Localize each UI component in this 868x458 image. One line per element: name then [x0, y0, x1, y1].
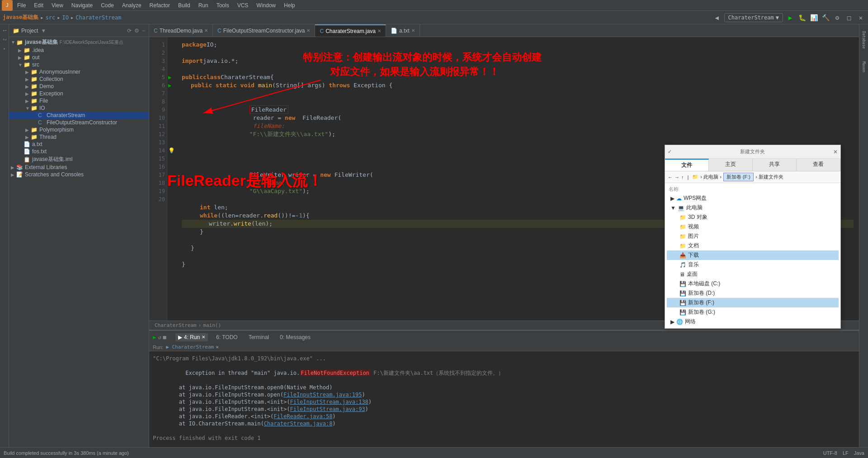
tree-item-io[interactable]: ▼ 📁 IO [9, 104, 149, 112]
coverage-button[interactable]: 📊 [809, 13, 818, 22]
project-sidebar-icon[interactable]: 1 [0, 26, 9, 34]
menu-vcs[interactable]: VCS [234, 1, 252, 9]
run-tab-run[interactable]: ▶ 4: Run ✕ [175, 333, 208, 341]
tree-item-exception[interactable]: ▶ 📁 Exception [9, 90, 149, 97]
run-button[interactable]: ▶ [786, 13, 795, 22]
database-sidebar-icon[interactable]: Database [860, 26, 868, 53]
tree-item-fileoutputstream[interactable]: ▶ C FileOutputStreamConstructor [9, 119, 149, 126]
link-fileinputstream-195[interactable]: FileInputStream.java:195 [283, 392, 362, 398]
run-control-icons: ▶ ↺ ■ [153, 334, 166, 340]
favorites-sidebar-icon[interactable]: ★ [0, 44, 9, 52]
menu-tools[interactable]: Tools [213, 1, 233, 9]
link-charaterstream-8[interactable]: CharaterStream.java:8 [264, 420, 333, 427]
fe-item-music[interactable]: 🎵 音乐 [667, 260, 839, 269]
run-configuration[interactable]: CharaterStream ▼ [724, 13, 783, 22]
fe-tab-file[interactable]: 文件 [665, 159, 709, 171]
tab-close-atxt[interactable]: ✕ [411, 28, 415, 33]
menu-edit[interactable]: Edit [30, 1, 47, 9]
menu-file[interactable]: File [14, 1, 29, 9]
tab-close-charaterstream[interactable]: ✕ [377, 28, 381, 33]
run-tab-close[interactable]: ✕ [202, 335, 205, 340]
project-settings-icon[interactable]: ⚙ [134, 28, 139, 34]
fe-minimize-icon[interactable]: ✓ [668, 149, 672, 155]
fe-item-docs[interactable]: 📁 文档 [667, 241, 839, 250]
fe-item-video[interactable]: 📁 视频 [667, 222, 839, 231]
settings-icon[interactable]: ⚙ [833, 13, 842, 22]
maximize-icon[interactable]: □ [844, 13, 854, 22]
tree-item-charaterstream[interactable]: ▶ C CharaterStream [9, 112, 149, 119]
tree-item-file[interactable]: ▶ 📁 File [9, 97, 149, 104]
menu-window[interactable]: Window [253, 1, 279, 9]
fe-item-pictures[interactable]: 📁 图片 [667, 231, 839, 241]
rerun-icon[interactable]: ↺ [158, 334, 161, 340]
fe-item-wps[interactable]: ▶ ☁ WPS网盘 [667, 194, 839, 203]
tab-atxt[interactable]: 📄 a.txt ✕ [386, 24, 420, 37]
tree-item-extlib[interactable]: ▶ 📚 External Libraries [9, 164, 149, 171]
breadcrumb-charaterstream: CharaterStream [75, 14, 121, 21]
debug-button[interactable]: 🐛 [797, 13, 807, 22]
fe-item-pc[interactable]: ▼ 💻 此电脑 [667, 203, 839, 212]
tab-close-fileoutputstream[interactable]: ✕ [307, 28, 310, 33]
menu-analyze[interactable]: Analyze [118, 1, 145, 9]
tab-close-threaddemo[interactable]: ✕ [204, 28, 208, 33]
close-icon[interactable]: ✕ [856, 13, 865, 22]
stop-icon[interactable]: ■ [163, 334, 166, 340]
fe-item-network[interactable]: ▶ 🌐 网络 [667, 317, 839, 326]
run-tab-todo[interactable]: 6: TODO [213, 333, 241, 341]
menu-help[interactable]: Help [280, 1, 299, 9]
tree-item-iml[interactable]: ▶ 📋 javase基础集.iml [9, 155, 149, 164]
run-icon[interactable]: ▶ [153, 334, 156, 340]
fe-item-cdrive[interactable]: 💾 本地磁盘 (C:) [667, 279, 839, 288]
fe-tab-home[interactable]: 主页 [709, 159, 753, 171]
menu-refactor[interactable]: Refactor [146, 1, 174, 9]
menu-view[interactable]: View [48, 1, 67, 9]
tree-item-idea[interactable]: ▶ 📁 .idea [9, 47, 149, 54]
fe-item-gdrive[interactable]: 💾 新加卷 (G:) [667, 307, 839, 317]
run-tab-terminal[interactable]: Terminal [246, 333, 272, 341]
link-filereader-58[interactable]: FileReader.java:58 [274, 413, 332, 420]
fe-item-desktop[interactable]: 🖥 桌面 [667, 269, 839, 279]
console-close[interactable]: ✕ [216, 344, 219, 350]
project-minimize-icon[interactable]: − [142, 28, 145, 34]
fe-close-icon[interactable]: ✕ [833, 149, 838, 155]
project-sync-icon[interactable]: ⟳ [127, 28, 132, 34]
fe-tab-share[interactable]: 共享 [753, 159, 797, 171]
run-label: Run: [153, 345, 163, 350]
fe-forward-icon[interactable]: → [675, 175, 679, 180]
tab-fileoutputstream[interactable]: C FileOutputStreamConstructor.java ✕ [213, 24, 315, 37]
tree-item-anonymousinner[interactable]: ▶ 📁 AnonymousInner [9, 68, 149, 76]
console-output[interactable]: "C:\Program Files\Java\jdk1.8.0_192\bin\… [149, 351, 859, 447]
tree-item-root[interactable]: ▼ 📁 javase基础集 F:\IDEAworkSpace\JavaSE重点 [9, 38, 149, 47]
menu-build[interactable]: Build [175, 1, 194, 9]
fe-item-3d[interactable]: 📁 3D 对象 [667, 212, 839, 222]
menu-navigate[interactable]: Navigate [68, 1, 96, 9]
back-icon[interactable]: ◀ [712, 13, 722, 22]
maven-sidebar-icon[interactable]: Maven [860, 53, 868, 80]
tree-item-fostxt[interactable]: ▶ 📄 fos.txt [9, 148, 149, 155]
run-tab-messages[interactable]: 0: Messages [277, 333, 313, 341]
tree-item-scratches[interactable]: ▶ 📝 Scratches and Consoles [9, 171, 149, 178]
build-button[interactable]: 🔨 [821, 13, 830, 22]
tree-item-src[interactable]: ▼ 📁 src [9, 61, 149, 68]
tree-item-atxt[interactable]: ▶ 📄 a.txt [9, 141, 149, 148]
fe-up-icon[interactable]: ↑ [681, 175, 684, 180]
fe-item-ddrive[interactable]: 💾 新加卷 (D:) [667, 288, 839, 298]
fe-back-icon[interactable]: ← [668, 175, 673, 180]
tree-item-thread[interactable]: ▶ 📁 Thread [9, 133, 149, 141]
bulb-marker-14[interactable]: 💡 [168, 146, 175, 155]
fe-item-fdrive[interactable]: 💾 新加卷 (F:) [667, 298, 839, 307]
main-toolbar: javase基础集 ▸ src ▸ IO ▸ CharaterStream ◀ … [0, 11, 868, 24]
structure-sidebar-icon[interactable]: 2 [0, 35, 9, 43]
tree-item-collection[interactable]: ▶ 📁 Collection [9, 76, 149, 83]
link-fileinputstream-93[interactable]: FileInputStream.java:93 [290, 406, 365, 412]
menu-run[interactable]: Run [195, 1, 212, 9]
link-fileinputstream-138[interactable]: FileInputStream.java:138 [290, 399, 368, 405]
fe-tab-view[interactable]: 查看 [797, 159, 840, 171]
tree-item-demo[interactable]: ▶ 📁 Demo [9, 83, 149, 90]
menu-code[interactable]: Code [97, 1, 118, 9]
tab-threaddemo[interactable]: C ThreadDemo.java ✕ [149, 24, 213, 37]
tab-charaterstream[interactable]: C CharaterStream.java ✕ [315, 24, 386, 37]
tree-item-polymorphism[interactable]: ▶ 📁 Polymorphism [9, 126, 149, 133]
fe-item-downloads[interactable]: 📥 下载 [667, 250, 839, 260]
tree-item-out[interactable]: ▶ 📁 out [9, 54, 149, 61]
